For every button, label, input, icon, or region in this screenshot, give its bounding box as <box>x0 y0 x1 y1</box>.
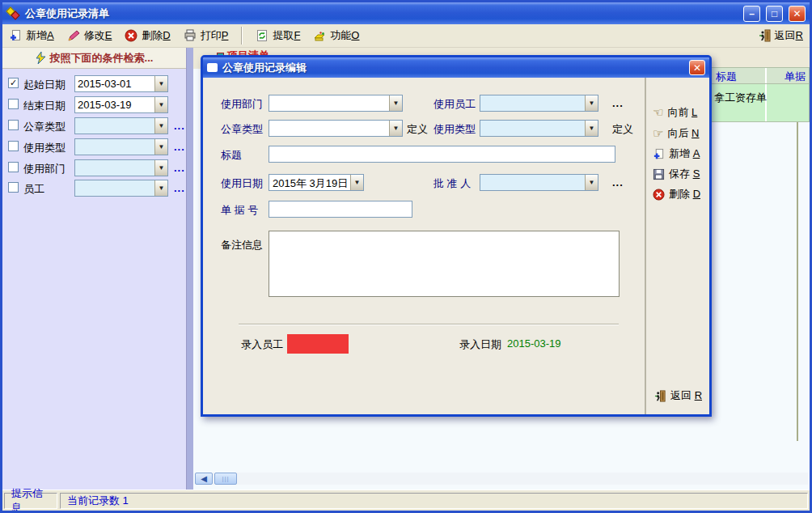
use-type-checkbox[interactable] <box>8 141 19 151</box>
seal-type-more-button[interactable]: ... <box>174 120 185 132</box>
entry-date-value: 2015-03-19 <box>507 337 561 350</box>
chevron-down-icon[interactable]: ▼ <box>154 97 167 112</box>
filter-label: 使用类型 <box>23 141 66 155</box>
function-tools-icon <box>313 29 326 42</box>
seal-type-label: 公章类型 <box>221 122 263 137</box>
filter-row-employee: 员工 ▼ ... <box>2 180 186 197</box>
start-date-combo[interactable]: 2015-03-01▼ <box>74 75 168 92</box>
main-toolbar: 新增A 修改E 删除D 打印P 提取F 功能O 返回R <box>2 24 810 48</box>
dialog-close-button[interactable]: ✕ <box>689 60 705 75</box>
employee-checkbox[interactable] <box>8 182 19 193</box>
filter-row-use-type: 使用类型 ▼ ... <box>2 138 186 155</box>
status-hint-panel: 提示信息 <box>4 493 57 509</box>
seal-type-combo[interactable]: ▼ <box>74 117 168 134</box>
maximize-button[interactable]: □ <box>766 6 783 22</box>
use-dept-checkbox[interactable] <box>8 162 19 172</box>
delete-cross-icon <box>653 189 665 201</box>
use-type-define-link[interactable]: 定义 <box>612 122 633 137</box>
use-dept-combo[interactable]: ▼ <box>74 159 168 176</box>
chevron-down-icon[interactable]: ▼ <box>154 76 167 91</box>
prev-button[interactable]: ☜ 向前 L <box>653 105 697 120</box>
chevron-down-icon[interactable]: ▼ <box>154 180 167 196</box>
add-button[interactable]: 新增A <box>9 28 54 43</box>
title-input[interactable] <box>269 146 615 163</box>
splitter[interactable] <box>187 48 193 490</box>
scroll-thumb[interactable]: ||| <box>214 473 237 485</box>
column-header-doc[interactable]: 单据 <box>767 68 809 83</box>
seal-type-define-link[interactable]: 定义 <box>407 122 428 137</box>
chevron-down-icon[interactable]: ▼ <box>585 121 598 136</box>
filter-label: 员工 <box>23 182 44 197</box>
grid-right-edge <box>797 122 798 441</box>
print-button[interactable]: 打印P <box>184 28 229 43</box>
scroll-left-icon[interactable]: ◀ <box>195 473 213 485</box>
use-type-label: 使用类型 <box>433 122 476 137</box>
employee-more-button[interactable]: ... <box>174 182 185 194</box>
status-record-count: 当前记录数 1 <box>60 493 808 509</box>
chevron-down-icon[interactable]: ▼ <box>585 175 598 190</box>
use-type-combo[interactable]: ▼ <box>74 138 168 155</box>
title-label: 标题 <box>221 148 242 163</box>
end-date-checkbox[interactable] <box>8 99 19 109</box>
use-type-more-button[interactable]: ... <box>174 141 185 153</box>
use-date-picker[interactable]: 2015年 3月19日▼ <box>269 174 364 191</box>
employee-label: 使用员工 <box>433 97 476 112</box>
approver-combo[interactable]: ▼ <box>480 174 598 191</box>
employee-more-button[interactable]: ... <box>612 97 624 109</box>
filter-label: 起始日期 <box>23 78 66 92</box>
use-dept-more-button[interactable]: ... <box>174 162 185 174</box>
toolbar-separator <box>241 27 243 45</box>
edit-button[interactable]: 修改E <box>67 28 112 43</box>
dept-combo[interactable]: ▼ <box>269 95 403 112</box>
dialog-title: 公章使用记录编辑 <box>222 61 684 75</box>
app-window: 公章使用记录清单 – □ ✕ 新增A 修改E 删除D 打印P 提取F <box>0 0 812 513</box>
employee-combo[interactable]: ▼ <box>480 95 598 112</box>
close-button[interactable]: ✕ <box>789 6 806 22</box>
dialog-delete-button[interactable]: 删除 D <box>653 187 700 201</box>
filter-label: 公章类型 <box>23 120 66 134</box>
use-type-combo[interactable]: ▼ <box>480 120 598 137</box>
dialog-title-bar: 公章使用记录编辑 ✕ <box>203 57 709 78</box>
filter-row-use-dept: 使用部门 ▼ ... <box>2 159 186 176</box>
minimize-button[interactable]: – <box>743 6 760 22</box>
chevron-down-icon[interactable]: ▼ <box>585 95 598 111</box>
dialog-body: 使用部门 ▼ 使用员工 ▼ ... 公章类型 ▼ 定义 使用类型 ▼ 定义 标题… <box>203 78 709 414</box>
chevron-down-icon[interactable]: ▼ <box>389 121 402 136</box>
cell-doc <box>767 84 809 121</box>
extract-button[interactable]: 提取F <box>256 28 300 43</box>
return-button[interactable]: 返回R <box>759 28 803 43</box>
lightning-icon <box>36 52 46 64</box>
employee-combo[interactable]: ▼ <box>74 180 168 197</box>
approver-more-button[interactable]: ... <box>612 176 624 189</box>
horizontal-scrollbar[interactable]: ◀ ||| <box>195 473 808 485</box>
hand-left-icon: ☜ <box>653 105 663 120</box>
next-button[interactable]: ☞ 向后 N <box>653 126 699 141</box>
pencil-edit-icon <box>67 29 80 42</box>
doc-no-input[interactable] <box>269 201 412 218</box>
save-button[interactable]: 保存 S <box>653 167 700 181</box>
dialog-return-button[interactable]: 返回 R <box>654 388 702 403</box>
delete-button[interactable]: 删除D <box>125 28 170 43</box>
chevron-down-icon[interactable]: ▼ <box>154 118 167 134</box>
filter-row-start-date: ✓ 起始日期 2015-03-01▼ <box>2 75 186 92</box>
chevron-down-icon[interactable]: ▼ <box>389 95 402 111</box>
printer-icon <box>184 29 197 42</box>
edit-dialog: 公章使用记录编辑 ✕ 使用部门 ▼ 使用员工 ▼ ... 公章类型 ▼ 定义 使… <box>201 55 712 417</box>
start-date-checkbox[interactable]: ✓ <box>8 78 19 88</box>
remark-textarea[interactable] <box>269 231 620 297</box>
seal-type-combo[interactable]: ▼ <box>269 120 403 137</box>
dialog-add-button[interactable]: 新增 A <box>653 146 700 161</box>
delete-cross-icon <box>125 29 137 42</box>
divider <box>239 324 619 325</box>
chevron-down-icon[interactable]: ▼ <box>154 139 167 155</box>
end-date-combo[interactable]: 2015-03-19▼ <box>74 96 168 113</box>
window-title: 公章使用记录清单 <box>25 6 109 21</box>
use-date-label: 使用日期 <box>221 176 263 191</box>
function-button[interactable]: 功能O <box>313 28 359 43</box>
floppy-save-icon <box>653 168 665 180</box>
chevron-down-icon[interactable]: ▼ <box>350 175 363 190</box>
filter-row-end-date: 结束日期 2015-03-19▼ <box>2 96 186 113</box>
seal-type-checkbox[interactable] <box>8 120 19 130</box>
dialog-button-panel: ☜ 向前 L ☞ 向后 N 新增 A 保存 S 删除 D <box>645 78 709 414</box>
chevron-down-icon[interactable]: ▼ <box>154 160 167 176</box>
